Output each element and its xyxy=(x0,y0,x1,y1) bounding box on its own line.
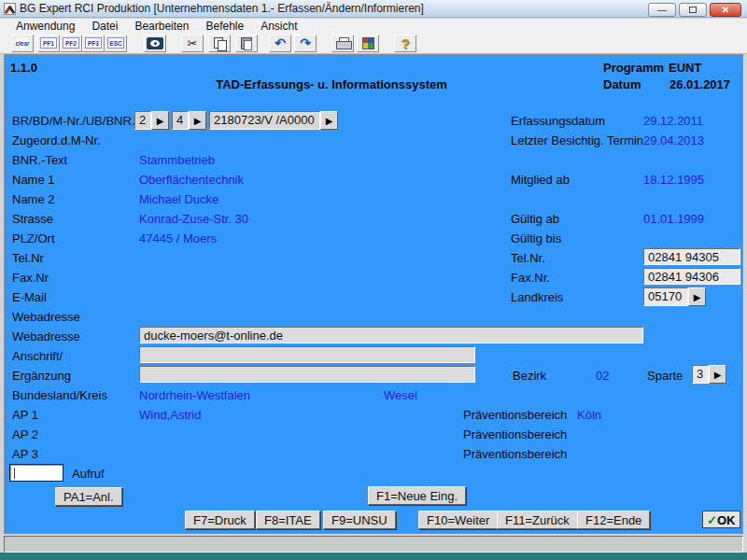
menu-befehle[interactable]: Befehle xyxy=(197,20,252,33)
field-label-email: E-Mail xyxy=(12,290,47,304)
esc-key-icon: ESC xyxy=(107,37,124,49)
copy-icon xyxy=(214,37,225,49)
undo-button[interactable]: ↶ xyxy=(269,35,291,52)
br-combo[interactable]: 2 ▶ xyxy=(134,111,169,130)
paste-icon xyxy=(241,37,252,49)
date-value: 26.01.2017 xyxy=(669,77,730,91)
f8-itae-button[interactable]: F8=ITAE xyxy=(256,511,320,529)
ergaenzung-input[interactable] xyxy=(139,366,475,383)
form-title: TAD-Erfassungs- u. Informationssystem xyxy=(145,77,518,91)
field-label-strasse: Strasse xyxy=(12,212,53,226)
field-label-name1: Name 1 xyxy=(12,173,55,187)
app-window: BG Expert RCI Produktion [Unternehmensda… xyxy=(0,0,747,560)
bd-combo-value: 4 xyxy=(172,111,189,130)
fax-nr-input[interactable]: 02841 94306 xyxy=(643,268,740,285)
f7-druck-button[interactable]: F7=Druck xyxy=(185,511,255,529)
printer-icon xyxy=(336,37,350,49)
version-label: 1.1.0 xyxy=(10,61,37,75)
window-border-left xyxy=(0,54,4,553)
field-value-bezirk: 02 xyxy=(596,369,609,383)
tel-nr-input[interactable]: 02841 94305 xyxy=(643,248,740,265)
f11-zurueck-button[interactable]: F11=Zurück xyxy=(497,511,578,529)
sparte-combo-arrow-icon[interactable]: ▶ xyxy=(709,365,726,384)
copy-button[interactable] xyxy=(208,35,231,52)
menu-bar: Anwendung Datei Bearbeiten Befehle Ansic… xyxy=(0,19,747,33)
esc-button[interactable]: ESC xyxy=(105,35,127,52)
colors-button[interactable] xyxy=(357,35,379,52)
field-label-erfassungsdatum: Erfassungsdatum xyxy=(511,114,605,128)
clear-icon: clear xyxy=(14,37,31,49)
menu-datei[interactable]: Datei xyxy=(83,20,126,33)
program-value: EUNT xyxy=(669,61,701,75)
field-value-bnr-text: Stammbetrieb xyxy=(139,153,215,167)
toolbar: clear PF1 PF2 PF3 ESC ✂ ↶ ↷ ? xyxy=(0,33,747,54)
program-label: Programm xyxy=(603,61,664,75)
help-button[interactable]: ? xyxy=(394,35,416,52)
field-label-plz-ort: PLZ/Ort xyxy=(12,231,55,245)
window-controls: — ✕ xyxy=(648,3,741,17)
ok-button[interactable]: ✓OK xyxy=(702,511,740,528)
anschrift-input[interactable] xyxy=(139,346,475,363)
redo-button[interactable]: ↷ xyxy=(294,35,317,52)
field-label-bnr-text: BNR.-Text xyxy=(12,153,67,167)
pf1-button[interactable]: PF1 xyxy=(37,35,60,52)
field-value-mitglied-ab: 18.12.1995 xyxy=(643,173,704,187)
field-label-letzter-termin: Letzter Besichtig. Termin xyxy=(511,133,643,147)
f12-ende-button[interactable]: F12=Ende xyxy=(577,511,650,529)
f1-neue-eing-button[interactable]: F1=Neue Eing. xyxy=(368,486,466,505)
mnr-combo-value: 2180723/V /A0000 xyxy=(209,111,320,130)
pf2-button[interactable]: PF2 xyxy=(60,35,82,52)
sparte-combo[interactable]: 3 ▶ xyxy=(692,365,726,384)
maximize-button[interactable] xyxy=(679,3,707,17)
cut-button[interactable]: ✂ xyxy=(181,35,204,52)
field-value-gueltig-ab: 01.01.1999 xyxy=(643,212,704,226)
scissors-icon: ✂ xyxy=(188,37,198,49)
field-value-ap1: Wind,Astrid xyxy=(139,408,201,422)
field-label-webadresse2: Webadresse xyxy=(12,329,80,343)
field-label-anschrift: Anschrift/ xyxy=(12,349,63,363)
pf3-button[interactable]: PF3 xyxy=(82,35,105,52)
pa1-anl-button[interactable]: PA1=Anl. xyxy=(55,487,122,506)
field-label-praevention3: Präventionsbereich xyxy=(463,447,567,461)
eye-icon xyxy=(147,37,163,49)
form-panel: 1.1.0 TAD-Erfassungs- u. Informationssys… xyxy=(4,54,743,534)
mnr-combo[interactable]: 2180723/V /A0000 ▶ xyxy=(209,111,338,130)
pf1-key-icon: PF1 xyxy=(40,37,57,49)
field-label-gueltig-bis: Gültig bis xyxy=(511,231,561,245)
menu-anwendung[interactable]: Anwendung xyxy=(7,20,83,33)
minimize-button[interactable]: — xyxy=(648,3,676,17)
view-button[interactable] xyxy=(144,35,166,52)
field-label-bundesland: Bundesland/Kreis xyxy=(12,388,107,402)
field-label-sparte: Sparte xyxy=(647,369,683,383)
field-label-tel-right: Tel.Nr. xyxy=(511,251,545,265)
f9-unsu-button[interactable]: F9=UNSU xyxy=(323,511,396,529)
field-value-strasse: Konrad-Zuse-Str. 30 xyxy=(139,212,248,226)
br-combo-value: 2 xyxy=(134,111,151,130)
print-button[interactable] xyxy=(331,35,354,52)
mnr-combo-arrow-icon[interactable]: ▶ xyxy=(320,111,338,130)
paste-button[interactable] xyxy=(235,35,258,52)
f10-weiter-button[interactable]: F10=Weiter xyxy=(418,511,498,529)
redo-arrow-icon: ↷ xyxy=(300,36,311,49)
aufruf-input[interactable] xyxy=(9,464,63,482)
close-button[interactable]: ✕ xyxy=(710,3,741,17)
field-label-praevention1: Präventionsbereich xyxy=(463,408,567,422)
webadresse-input[interactable]: ducke-moers@t-online.de xyxy=(139,327,643,343)
field-value-name2: Michael Ducke xyxy=(139,192,218,206)
bd-combo[interactable]: 4 ▶ xyxy=(172,111,206,130)
field-value-erfassungsdatum: 29.12.2011 xyxy=(643,114,703,128)
br-combo-arrow-icon[interactable]: ▶ xyxy=(151,111,169,130)
maximize-icon xyxy=(689,7,697,13)
landkreis-combo[interactable]: 05170 ▶ xyxy=(643,287,706,306)
landkreis-combo-arrow-icon[interactable]: ▶ xyxy=(688,287,706,306)
clear-button[interactable]: clear xyxy=(11,35,34,52)
field-value-bundesland: Nordrhein-Westfalen xyxy=(139,388,250,402)
sparte-combo-value: 3 xyxy=(692,365,709,384)
field-value-praevention1: Köln xyxy=(577,408,601,422)
bd-combo-arrow-icon[interactable]: ▶ xyxy=(189,111,206,130)
field-value-plz-ort: 47445 / Moers xyxy=(139,231,217,245)
field-label-fax-left: Fax.Nr xyxy=(12,271,49,285)
menu-ansicht[interactable]: Ansicht xyxy=(252,20,305,33)
colors-grid-icon xyxy=(362,37,374,49)
menu-bearbeiten[interactable]: Bearbeiten xyxy=(126,20,197,33)
